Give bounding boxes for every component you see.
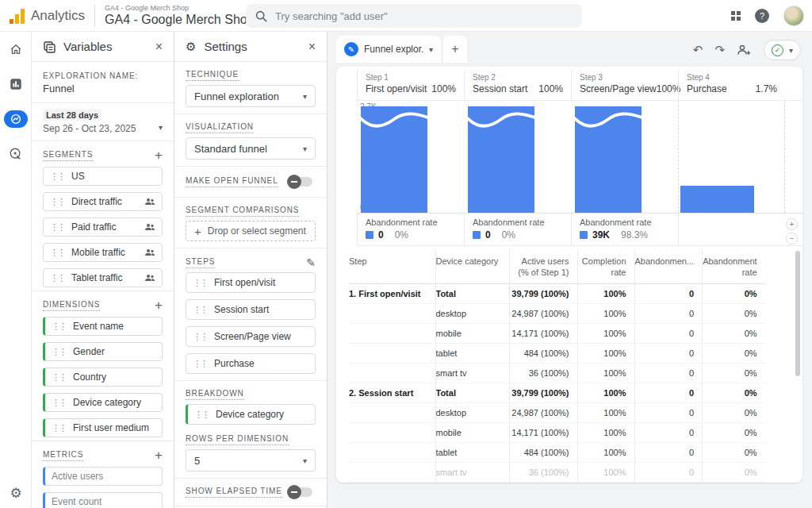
col-header-device-category[interactable]: Device category — [435, 249, 509, 284]
table-scrollbar[interactable] — [795, 251, 800, 376]
drag-handle-icon[interactable]: ⋮⋮ — [50, 172, 64, 180]
help-icon[interactable]: ? — [755, 9, 769, 23]
show-elapsed-time-toggle[interactable] — [289, 487, 312, 497]
dimension-chip-gender[interactable]: ⋮⋮Gender — [43, 342, 163, 361]
drag-handle-icon[interactable]: ⋮⋮ — [52, 373, 66, 381]
drag-handle-icon[interactable]: ⋮⋮ — [194, 410, 209, 418]
nav-admin-button[interactable]: ⚙ — [0, 485, 32, 502]
table-row[interactable]: smart tv36 (100%)100%00% — [349, 364, 765, 383]
make-open-funnel-label: MAKE OPEN FUNNEL — [186, 176, 278, 187]
funnel-bar-step4[interactable] — [680, 186, 754, 213]
step-name: First open/visit — [366, 83, 427, 94]
nav-advertising-button[interactable] — [0, 137, 32, 171]
segment-dropzone[interactable]: + Drop or select segment — [186, 221, 316, 241]
segment-chip-tablet-traffic[interactable]: ⋮⋮ Tablet traffic — [43, 268, 163, 287]
date-range-picker[interactable]: Last 28 days Sep 26 - Oct 23, 2025 ▾ — [32, 103, 174, 141]
funnel-bar-step1[interactable] — [361, 106, 427, 213]
step-chip-purchase[interactable]: ⋮⋮Purchase — [186, 353, 316, 374]
nav-home-button[interactable] — [0, 32, 32, 67]
drag-handle-icon[interactable]: ⋮⋮ — [50, 223, 64, 231]
exploration-name-value[interactable]: Funnel — [43, 83, 163, 94]
segment-chip-paid-traffic[interactable]: ⋮⋮ Paid traffic — [43, 217, 163, 237]
col-header-completion-rate[interactable]: Completionrate — [577, 249, 634, 284]
zoom-out-button[interactable]: − — [786, 233, 798, 244]
step-chip-first-open-visit[interactable]: ⋮⋮First open/visit — [186, 272, 316, 293]
table-row[interactable]: mobile14,171 (100%)100%00% — [349, 423, 765, 443]
drag-handle-icon[interactable]: ⋮⋮ — [52, 424, 66, 432]
dimension-chip-country[interactable]: ⋮⋮Country — [43, 368, 163, 387]
search-input[interactable]: Try searching "add user" — [246, 4, 582, 28]
funnel-bar-step2[interactable] — [468, 106, 534, 213]
table-row[interactable]: desktop24,987 (100%)100%00% — [349, 403, 765, 423]
zoom-in-button[interactable]: + — [786, 218, 798, 230]
table-row[interactable]: desktop24,987 (100%)100%00% — [349, 304, 765, 324]
nav-reports-button[interactable] — [0, 67, 32, 102]
table-row[interactable]: tablet484 (100%)100%00% — [349, 443, 765, 463]
dimension-chip-device-category[interactable]: ⋮⋮Device category — [43, 393, 163, 412]
drag-handle-icon[interactable]: ⋮⋮ — [193, 306, 207, 314]
col-header-abandonment-rate[interactable]: Abandonmentrate — [703, 249, 765, 284]
visualization-select[interactable]: Standard funnel ▾ — [186, 137, 316, 160]
step-number: Step 4 — [687, 73, 777, 82]
step-label: Screen/Page view — [214, 331, 291, 342]
step-chip-screen-page-view[interactable]: ⋮⋮Screen/Page view — [186, 326, 316, 347]
add-metric-button[interactable]: + — [155, 448, 163, 464]
table-row[interactable]: mobile14,171 (100%)100%00% — [349, 324, 765, 344]
drag-handle-icon[interactable]: ⋮⋮ — [193, 279, 207, 287]
breakdown-chip-device-category[interactable]: ⋮⋮Device category — [186, 404, 316, 425]
table-row[interactable]: tablet484 (100%)100%00% — [349, 344, 765, 364]
rows-per-dimension-select[interactable]: 5 ▾ — [186, 449, 316, 471]
add-segment-button[interactable]: + — [155, 148, 163, 164]
tab-funnel-exploration[interactable]: ✎ Funnel explor... ▾ — [336, 36, 441, 63]
step-label: Purchase — [214, 358, 255, 369]
apps-grid-icon[interactable] — [731, 11, 741, 21]
segment-chip-us[interactable]: ⋮⋮ US — [43, 167, 163, 186]
drag-handle-icon[interactable]: ⋮⋮ — [50, 198, 64, 206]
table-row[interactable]: 2. Session startTotal39,799 (100%)100%00… — [349, 383, 765, 403]
dimension-chip-event-name[interactable]: ⋮⋮Event name — [43, 317, 163, 336]
top-app-bar: Analytics GA4 - Google Merch Shop GA4 - … — [0, 0, 812, 32]
edit-steps-pencil-icon[interactable]: ✎ — [306, 256, 316, 269]
avatar[interactable] — [783, 6, 804, 26]
funnel-bar-step3[interactable] — [575, 106, 642, 213]
step-chip-session-start[interactable]: ⋮⋮Session start — [186, 299, 316, 320]
funnel-column-2 — [464, 101, 571, 213]
drag-handle-icon[interactable]: ⋮⋮ — [50, 248, 64, 256]
add-tab-button[interactable]: + — [443, 36, 467, 63]
drag-handle-icon[interactable]: ⋮⋮ — [52, 348, 66, 356]
segment-chip-mobile-traffic[interactable]: ⋮⋮ Mobile traffic — [43, 243, 163, 262]
legend-swatch — [580, 231, 588, 239]
drag-handle-icon[interactable]: ⋮⋮ — [52, 398, 66, 406]
make-open-funnel-toggle[interactable] — [289, 177, 312, 187]
home-icon — [9, 42, 23, 56]
property-switcher[interactable]: GA4 - Google Merch Shop GA4 - Google Mer… — [105, 4, 255, 27]
steps-label: STEPS — [186, 257, 215, 268]
share-users-icon[interactable] — [737, 44, 752, 56]
drag-handle-icon[interactable]: ⋮⋮ — [50, 274, 64, 282]
segment-label: Paid traffic — [71, 221, 116, 233]
close-settings-icon[interactable]: × — [308, 40, 316, 53]
nav-explore-button[interactable] — [0, 102, 32, 137]
drag-handle-icon[interactable]: ⋮⋮ — [193, 333, 207, 341]
technique-value: Funnel exploration — [194, 90, 279, 102]
saved-status-button[interactable]: ✓ ▾ — [764, 40, 801, 60]
add-dimension-button[interactable]: + — [155, 298, 163, 314]
undo-button[interactable]: ↶ — [693, 43, 703, 57]
col-header-active-users[interactable]: Active users(% of Step 1) — [509, 249, 577, 284]
rows-per-dimension-value: 5 — [194, 455, 200, 467]
metric-chip-event-count[interactable]: Event count — [43, 492, 163, 508]
redo-button[interactable]: ↷ — [714, 43, 725, 57]
close-variables-icon[interactable]: × — [155, 40, 163, 53]
segment-comparisons-label: SEGMENT COMPARISONS — [186, 206, 299, 217]
dimension-chip-first-user-medium[interactable]: ⋮⋮First user medium — [43, 418, 163, 437]
step-header-3: Step 3 Screen/Page view100% — [571, 70, 678, 100]
segment-chip-direct-traffic[interactable]: ⋮⋮ Direct traffic — [43, 192, 163, 211]
col-header-step[interactable]: Step — [349, 249, 435, 284]
technique-select[interactable]: Funnel exploration ▾ — [186, 85, 316, 107]
col-header-abandonments[interactable]: Abandonmen... — [634, 249, 703, 284]
metric-chip-active-users[interactable]: Active users — [43, 467, 163, 486]
drag-handle-icon[interactable]: ⋮⋮ — [52, 322, 66, 330]
table-row[interactable]: smart tv36 (100%)100%00% — [349, 463, 765, 483]
drag-handle-icon[interactable]: ⋮⋮ — [193, 360, 207, 368]
table-row[interactable]: 1. First open/visitTotal39,799 (100%)100… — [349, 284, 765, 304]
